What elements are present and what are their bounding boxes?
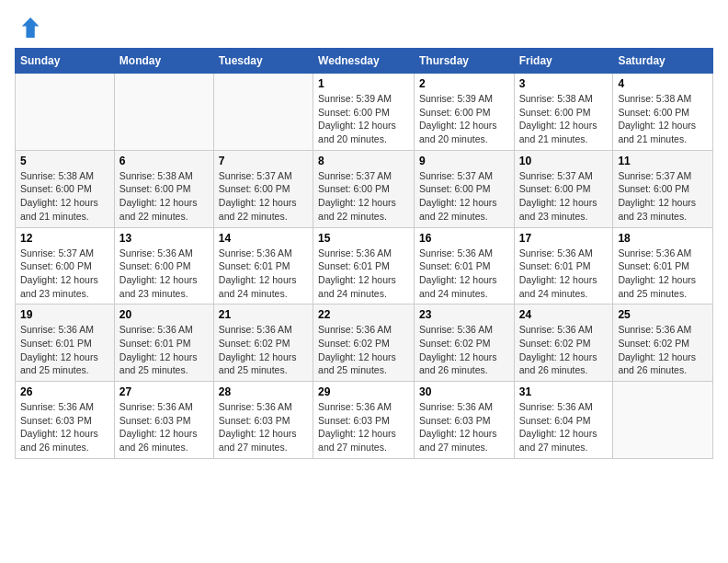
day-number: 2 — [419, 77, 509, 90]
day-cell: 16Sunrise: 5:36 AM Sunset: 6:01 PM Dayli… — [414, 227, 514, 304]
day-number: 27 — [119, 385, 209, 398]
day-cell: 27Sunrise: 5:36 AM Sunset: 6:03 PM Dayli… — [114, 382, 213, 459]
day-number: 26 — [20, 385, 109, 398]
day-info: Sunrise: 5:36 AM Sunset: 6:01 PM Dayligh… — [419, 247, 509, 301]
logo — [15, 15, 44, 40]
day-info: Sunrise: 5:37 AM Sunset: 6:00 PM Dayligh… — [219, 169, 308, 224]
day-cell: 20Sunrise: 5:36 AM Sunset: 6:01 PM Dayli… — [114, 304, 213, 382]
day-info: Sunrise: 5:38 AM Sunset: 6:00 PM Dayligh… — [119, 169, 209, 224]
day-cell: 28Sunrise: 5:36 AM Sunset: 6:03 PM Dayli… — [213, 382, 313, 459]
week-row-3: 12Sunrise: 5:37 AM Sunset: 6:00 PM Dayli… — [16, 227, 713, 304]
day-info: Sunrise: 5:38 AM Sunset: 6:00 PM Dayligh… — [20, 169, 109, 224]
day-info: Sunrise: 5:37 AM Sunset: 6:00 PM Dayligh… — [419, 169, 509, 224]
day-cell: 14Sunrise: 5:36 AM Sunset: 6:01 PM Dayli… — [213, 227, 313, 304]
day-number: 22 — [318, 308, 409, 321]
weekday-header-friday: Friday — [514, 49, 613, 74]
day-info: Sunrise: 5:37 AM Sunset: 6:00 PM Dayligh… — [618, 169, 708, 224]
day-info: Sunrise: 5:36 AM Sunset: 6:03 PM Dayligh… — [119, 400, 209, 454]
day-cell: 19Sunrise: 5:36 AM Sunset: 6:01 PM Dayli… — [16, 304, 115, 382]
weekday-row: SundayMondayTuesdayWednesdayThursdayFrid… — [16, 49, 713, 74]
calendar-table: SundayMondayTuesdayWednesdayThursdayFrid… — [15, 48, 713, 459]
weekday-header-wednesday: Wednesday — [313, 49, 415, 74]
day-info: Sunrise: 5:36 AM Sunset: 6:04 PM Dayligh… — [519, 400, 609, 454]
day-cell: 31Sunrise: 5:36 AM Sunset: 6:04 PM Dayli… — [514, 382, 613, 459]
day-cell: 21Sunrise: 5:36 AM Sunset: 6:02 PM Dayli… — [213, 304, 313, 382]
day-number: 24 — [519, 308, 609, 321]
day-number: 5 — [20, 155, 109, 167]
day-cell: 1Sunrise: 5:39 AM Sunset: 6:00 PM Daylig… — [313, 74, 415, 151]
day-cell: 12Sunrise: 5:37 AM Sunset: 6:00 PM Dayli… — [16, 227, 115, 304]
week-row-4: 19Sunrise: 5:36 AM Sunset: 6:01 PM Dayli… — [16, 304, 713, 382]
logo-icon — [15, 15, 40, 40]
day-number: 14 — [219, 232, 308, 245]
day-info: Sunrise: 5:39 AM Sunset: 6:00 PM Dayligh… — [318, 92, 409, 146]
day-cell: 24Sunrise: 5:36 AM Sunset: 6:02 PM Dayli… — [514, 304, 613, 382]
day-cell: 13Sunrise: 5:36 AM Sunset: 6:00 PM Dayli… — [114, 227, 213, 304]
day-cell: 30Sunrise: 5:36 AM Sunset: 6:03 PM Dayli… — [414, 382, 514, 459]
day-number: 12 — [20, 232, 109, 245]
day-number: 30 — [419, 385, 509, 398]
day-cell: 29Sunrise: 5:36 AM Sunset: 6:03 PM Dayli… — [313, 382, 415, 459]
day-info: Sunrise: 5:38 AM Sunset: 6:00 PM Dayligh… — [519, 92, 609, 146]
day-info: Sunrise: 5:36 AM Sunset: 6:01 PM Dayligh… — [20, 323, 109, 377]
day-cell: 6Sunrise: 5:38 AM Sunset: 6:00 PM Daylig… — [114, 150, 213, 227]
day-info: Sunrise: 5:36 AM Sunset: 6:02 PM Dayligh… — [219, 323, 308, 377]
day-number: 15 — [318, 232, 409, 245]
calendar-body: 1Sunrise: 5:39 AM Sunset: 6:00 PM Daylig… — [16, 74, 713, 459]
day-cell: 11Sunrise: 5:37 AM Sunset: 6:00 PM Dayli… — [613, 150, 713, 227]
day-info: Sunrise: 5:36 AM Sunset: 6:03 PM Dayligh… — [419, 400, 509, 454]
day-number: 9 — [419, 155, 509, 167]
weekday-header-thursday: Thursday — [414, 49, 514, 74]
day-number: 4 — [618, 77, 708, 90]
day-cell — [16, 74, 115, 151]
day-number: 31 — [519, 385, 609, 398]
day-cell: 2Sunrise: 5:39 AM Sunset: 6:00 PM Daylig… — [414, 74, 514, 151]
day-info: Sunrise: 5:36 AM Sunset: 6:02 PM Dayligh… — [419, 323, 509, 377]
day-cell: 22Sunrise: 5:36 AM Sunset: 6:02 PM Dayli… — [313, 304, 415, 382]
weekday-header-tuesday: Tuesday — [213, 49, 313, 74]
day-info: Sunrise: 5:37 AM Sunset: 6:00 PM Dayligh… — [20, 247, 109, 301]
day-info: Sunrise: 5:36 AM Sunset: 6:01 PM Dayligh… — [119, 323, 209, 377]
day-cell: 8Sunrise: 5:37 AM Sunset: 6:00 PM Daylig… — [313, 150, 415, 227]
day-number: 25 — [618, 308, 708, 321]
svg-marker-0 — [22, 17, 40, 38]
day-number: 23 — [419, 308, 509, 321]
day-number: 21 — [219, 308, 308, 321]
day-cell: 10Sunrise: 5:37 AM Sunset: 6:00 PM Dayli… — [514, 150, 613, 227]
day-info: Sunrise: 5:36 AM Sunset: 6:03 PM Dayligh… — [219, 400, 308, 454]
day-cell: 7Sunrise: 5:37 AM Sunset: 6:00 PM Daylig… — [213, 150, 313, 227]
page-header — [15, 15, 713, 40]
day-number: 16 — [419, 232, 509, 245]
day-info: Sunrise: 5:36 AM Sunset: 6:00 PM Dayligh… — [119, 247, 209, 301]
day-info: Sunrise: 5:36 AM Sunset: 6:02 PM Dayligh… — [519, 323, 609, 377]
day-cell: 25Sunrise: 5:36 AM Sunset: 6:02 PM Dayli… — [613, 304, 713, 382]
day-info: Sunrise: 5:38 AM Sunset: 6:00 PM Dayligh… — [618, 92, 708, 146]
weekday-header-monday: Monday — [114, 49, 213, 74]
weekday-header-saturday: Saturday — [613, 49, 713, 74]
day-cell — [613, 382, 713, 459]
day-info: Sunrise: 5:36 AM Sunset: 6:01 PM Dayligh… — [618, 247, 708, 301]
day-cell: 18Sunrise: 5:36 AM Sunset: 6:01 PM Dayli… — [613, 227, 713, 304]
day-info: Sunrise: 5:36 AM Sunset: 6:01 PM Dayligh… — [519, 247, 609, 301]
day-cell: 4Sunrise: 5:38 AM Sunset: 6:00 PM Daylig… — [613, 74, 713, 151]
day-number: 1 — [318, 77, 409, 90]
week-row-2: 5Sunrise: 5:38 AM Sunset: 6:00 PM Daylig… — [16, 150, 713, 227]
day-number: 18 — [618, 232, 708, 245]
day-info: Sunrise: 5:39 AM Sunset: 6:00 PM Dayligh… — [419, 92, 509, 146]
day-cell — [213, 74, 313, 151]
day-number: 7 — [219, 155, 308, 167]
day-info: Sunrise: 5:36 AM Sunset: 6:02 PM Dayligh… — [618, 323, 708, 377]
day-number: 13 — [119, 232, 209, 245]
day-number: 20 — [119, 308, 209, 321]
calendar-header: SundayMondayTuesdayWednesdayThursdayFrid… — [16, 49, 713, 74]
day-info: Sunrise: 5:37 AM Sunset: 6:00 PM Dayligh… — [318, 169, 409, 224]
day-cell: 9Sunrise: 5:37 AM Sunset: 6:00 PM Daylig… — [414, 150, 514, 227]
day-cell: 26Sunrise: 5:36 AM Sunset: 6:03 PM Dayli… — [16, 382, 115, 459]
day-info: Sunrise: 5:36 AM Sunset: 6:01 PM Dayligh… — [318, 247, 409, 301]
day-number: 6 — [119, 155, 209, 167]
day-info: Sunrise: 5:36 AM Sunset: 6:03 PM Dayligh… — [318, 400, 409, 454]
day-cell: 3Sunrise: 5:38 AM Sunset: 6:00 PM Daylig… — [514, 74, 613, 151]
day-cell — [114, 74, 213, 151]
week-row-5: 26Sunrise: 5:36 AM Sunset: 6:03 PM Dayli… — [16, 382, 713, 459]
day-info: Sunrise: 5:37 AM Sunset: 6:00 PM Dayligh… — [519, 169, 609, 224]
